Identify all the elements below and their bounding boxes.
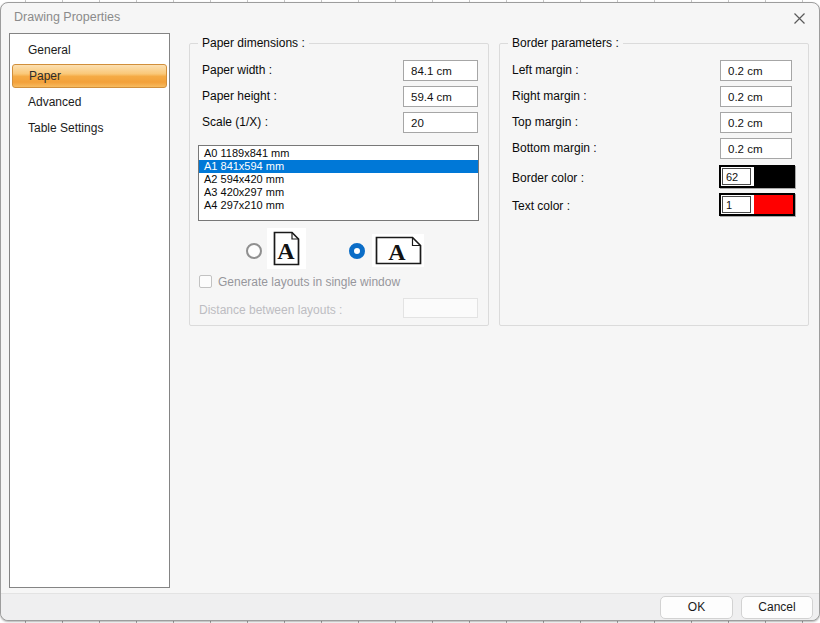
landscape-page-icon[interactable]: A — [372, 234, 424, 267]
paper-size-option-a1-selected[interactable]: A1 841x594 mm — [199, 160, 478, 173]
top-margin-input[interactable] — [720, 112, 792, 133]
left-margin-label: Left margin : — [512, 62, 579, 78]
distance-between-layouts-label: Distance between layouts : — [199, 302, 342, 318]
paper-size-option-a3[interactable]: A3 420x297 mm — [199, 186, 478, 199]
paper-width-label: Paper width : — [202, 62, 272, 78]
svg-text:A: A — [277, 238, 295, 264]
border-color-swatch[interactable] — [754, 167, 793, 186]
title-bar[interactable]: Drawing Properties — [1, 3, 819, 31]
sidebar-item-table-settings[interactable]: Table Settings — [12, 116, 167, 140]
right-margin-label: Right margin : — [512, 88, 587, 104]
generate-layouts-checkbox[interactable] — [199, 275, 212, 288]
generate-layouts-label: Generate layouts in single window — [218, 274, 400, 290]
paper-dimensions-group-label: Paper dimensions : — [198, 36, 309, 50]
sidebar-item-general[interactable]: General — [12, 38, 167, 62]
left-margin-input[interactable] — [720, 60, 792, 81]
close-icon[interactable] — [793, 12, 806, 25]
text-color-picker[interactable] — [719, 193, 795, 216]
drawing-properties-dialog: Drawing Properties General Paper Advance… — [0, 2, 820, 621]
paper-size-option-a4[interactable]: A4 297x210 mm — [199, 199, 478, 212]
distance-between-layouts-input — [403, 298, 478, 318]
paper-size-option-a0[interactable]: A0 1189x841 mm — [199, 147, 478, 160]
right-margin-input[interactable] — [720, 86, 792, 107]
border-color-picker[interactable] — [719, 165, 795, 188]
text-color-index-input[interactable] — [722, 196, 751, 213]
orientation-landscape-radio[interactable] — [349, 243, 365, 259]
portrait-page-icon[interactable]: A — [267, 228, 306, 269]
text-color-label: Text color : — [512, 198, 570, 214]
cancel-button[interactable]: Cancel — [741, 596, 813, 619]
scale-label: Scale (1/X) : — [202, 114, 268, 130]
paper-size-option-a2[interactable]: A2 594x420 mm — [199, 173, 478, 186]
border-parameters-group: Border parameters : Left margin : Right … — [499, 43, 809, 326]
paper-dimensions-group: Paper dimensions : Paper width : Paper h… — [189, 43, 489, 326]
border-parameters-group-label: Border parameters : — [508, 36, 623, 50]
paper-height-input[interactable] — [403, 86, 478, 107]
border-color-label: Border color : — [512, 170, 584, 186]
orientation-portrait-radio[interactable] — [246, 243, 262, 259]
bottom-margin-input[interactable] — [720, 138, 792, 159]
scale-input[interactable] — [403, 112, 478, 133]
paper-width-input[interactable] — [403, 60, 478, 81]
top-margin-label: Top margin : — [512, 114, 578, 130]
window-title: Drawing Properties — [14, 10, 120, 24]
sidebar-item-advanced[interactable]: Advanced — [12, 90, 167, 114]
ok-button[interactable]: OK — [660, 596, 733, 619]
border-color-index-input[interactable] — [722, 168, 751, 185]
sidebar-item-paper[interactable]: Paper — [12, 64, 167, 88]
paper-height-label: Paper height : — [202, 88, 277, 104]
bottom-margin-label: Bottom margin : — [512, 140, 597, 156]
sidebar: General Paper Advanced Table Settings — [9, 33, 170, 588]
paper-size-listbox[interactable]: A0 1189x841 mm A1 841x594 mm A2 594x420 … — [198, 145, 479, 221]
text-color-swatch[interactable] — [754, 195, 793, 214]
svg-text:A: A — [388, 239, 406, 265]
